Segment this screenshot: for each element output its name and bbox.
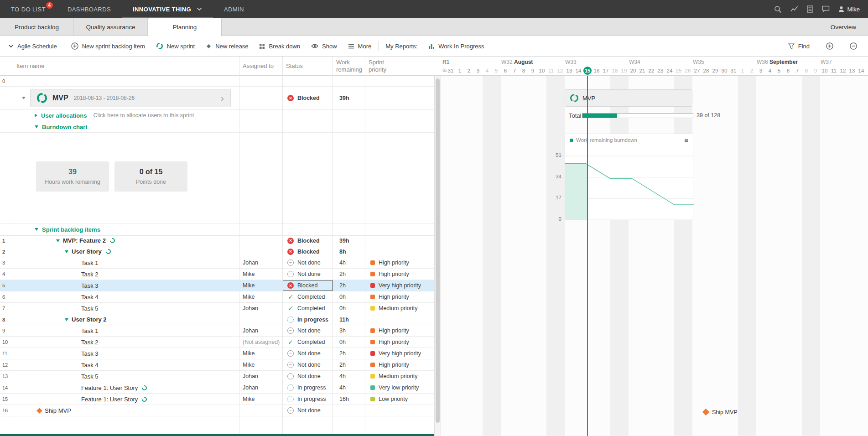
assigned-cell[interactable]: Mike (239, 359, 282, 370)
item-name-cell[interactable]: Task 1 (14, 257, 239, 268)
table-row-16[interactable]: 16Ship MVPNot done (0, 405, 434, 416)
assigned-cell[interactable] (239, 235, 282, 246)
sprint-backlog-items-link[interactable]: Sprint backlog items (42, 226, 100, 233)
toolbar-work-in-progress[interactable]: Work In Progress (423, 40, 489, 52)
nav-item-admin[interactable]: ADMIN (213, 0, 255, 18)
item-name-cell[interactable]: Task 2 (14, 269, 239, 280)
chat-button[interactable] (822, 5, 830, 13)
table-row-11[interactable]: 11Task 3MikeNot done2hVery high priority (0, 348, 434, 359)
collapse-arrow-icon[interactable] (56, 239, 60, 242)
table-row-1[interactable]: 1MVP: Feature 2Blocked39h (0, 235, 434, 246)
priority-cell[interactable]: Very high priority (365, 348, 434, 359)
table-row-6[interactable]: 6Task 4MikeCompleted0hHigh priority (0, 291, 434, 303)
toolbar-plus-circle[interactable] (821, 40, 839, 52)
toolbar-new-sprint-backlog-item[interactable]: New sprint backlog item (66, 40, 151, 52)
status-cell[interactable]: Blocked (282, 280, 333, 291)
status-cell[interactable]: Not done (282, 405, 333, 416)
priority-cell[interactable] (365, 405, 434, 416)
toolbar-new-sprint[interactable]: New sprint (151, 40, 200, 52)
item-name-cell[interactable]: MVP: Feature 2 (14, 235, 239, 246)
assigned-cell[interactable]: Johan (239, 371, 282, 382)
status-cell[interactable]: Not done (282, 348, 333, 359)
item-name-cell[interactable]: Task 5 (14, 303, 239, 314)
user-menu[interactable]: Mike (838, 6, 860, 13)
chevron-right-icon[interactable]: › (221, 93, 224, 103)
horizontal-scrollbar[interactable] (0, 434, 434, 436)
burndown-chart-row[interactable]: Burndown chart (0, 121, 434, 133)
timeline-header[interactable]: R1 ta 3112345678910111213141516171819202… (441, 57, 868, 76)
sprint-card[interactable]: MVP 2018-08-13 - 2018-08-26 › (30, 89, 231, 107)
priority-cell[interactable]: High priority (365, 337, 434, 348)
status-cell[interactable]: In progress (282, 382, 333, 393)
assigned-cell[interactable]: Johan (239, 325, 282, 336)
assigned-cell[interactable]: Mike (239, 269, 282, 280)
nav-item-dashboards[interactable]: DASHBOARDS (57, 0, 122, 18)
status-cell[interactable]: Blocked (282, 235, 333, 246)
status-cell[interactable]: Completed (282, 337, 333, 348)
sprint-gantt-bar[interactable]: MVP (565, 89, 692, 107)
assigned-cell[interactable]: Mike (239, 280, 282, 291)
tab-planning[interactable]: Planning (148, 18, 222, 36)
table-row-4[interactable]: 4Task 2MikeNot done2hHigh priority (0, 269, 434, 280)
assigned-cell[interactable] (239, 246, 282, 257)
toolbar-my-reports[interactable]: My Reports: (380, 40, 423, 52)
table-row-2[interactable]: 2User StoryBlocked8h (0, 246, 434, 257)
priority-cell[interactable]: Very high priority (365, 280, 434, 291)
priority-cell[interactable]: Medium priority (365, 371, 434, 382)
priority-cell[interactable]: Medium priority (365, 303, 434, 314)
user-allocations-row[interactable]: User allocations Click here to allocate … (0, 110, 434, 121)
status-cell[interactable]: Not done (282, 359, 333, 370)
priority-cell[interactable] (365, 246, 434, 257)
item-name-cell[interactable]: Task 2 (14, 337, 239, 348)
toolbar-agile-schedule[interactable]: Agile Schedule (3, 40, 62, 52)
column-header-sprint-priority[interactable]: Sprint priority (369, 57, 397, 75)
table-row-7[interactable]: 7Task 5JohanCompleted0hMedium priority (0, 303, 434, 314)
assigned-cell[interactable]: Mike (239, 348, 282, 359)
item-name-cell[interactable]: Task 4 (14, 359, 239, 370)
priority-cell[interactable]: High priority (365, 325, 434, 336)
overview-link[interactable]: Overview (831, 18, 868, 36)
assigned-cell[interactable]: Johan (239, 382, 282, 393)
priority-cell[interactable]: High priority (365, 291, 434, 302)
status-cell[interactable]: Not done (282, 269, 333, 280)
toolbar-show[interactable]: Show (306, 40, 343, 52)
collapse-arrow-icon[interactable] (35, 228, 38, 231)
status-cell[interactable]: In progress (282, 394, 333, 405)
toolbar-find[interactable]: Find (783, 40, 815, 52)
status-cell[interactable]: In progress (282, 314, 333, 325)
column-header-assigned-to[interactable]: Assigned to (243, 57, 280, 75)
table-row-9[interactable]: 9Task 1JohanNot done3hHigh priority (0, 325, 434, 337)
status-cell[interactable]: Blocked (282, 246, 333, 257)
tab-quality-assurance[interactable]: Quality assurance (74, 18, 148, 36)
column-header-status[interactable]: Status (286, 57, 303, 75)
item-name-cell[interactable]: User Story 2 (14, 314, 239, 325)
chevron-down-icon[interactable] (197, 7, 202, 11)
collapse-arrow-icon[interactable] (65, 318, 68, 321)
item-name-cell[interactable]: Task 3 (14, 348, 239, 359)
table-row-12[interactable]: 12Task 4MikeNot done2hHigh priority (0, 359, 434, 371)
tab-product-backlog[interactable]: Product backlog (0, 18, 74, 36)
table-row-15[interactable]: 15Feature 1: User StoryMikeIn progress16… (0, 394, 434, 405)
status-cell[interactable]: Completed (282, 303, 333, 314)
scrollbar-thumb[interactable] (436, 78, 440, 423)
status-cell[interactable]: Not done (282, 325, 333, 336)
burndown-chart-link[interactable]: Burndown chart (42, 124, 88, 130)
nav-item-innovative-thing[interactable]: INNOVATIVE THING (122, 0, 213, 18)
toolbar-minus-circle[interactable] (844, 40, 863, 52)
priority-cell[interactable] (365, 314, 434, 325)
collapse-arrow-icon[interactable] (65, 250, 68, 253)
toolbar-more[interactable]: More (343, 40, 377, 52)
column-header-work-remaining[interactable]: Work remaining (336, 57, 364, 75)
sprint-backlog-items-row[interactable]: Sprint backlog items (0, 224, 434, 235)
status-cell[interactable]: Completed (282, 291, 333, 302)
assigned-cell[interactable]: Johan (239, 257, 282, 268)
column-header-item-name[interactable]: Item name (16, 57, 44, 75)
item-name-cell[interactable]: Feature 1: User Story (14, 382, 239, 393)
assigned-cell[interactable]: (Not assigned) (239, 337, 282, 348)
assigned-cell[interactable]: Johan (239, 303, 282, 314)
item-name-cell[interactable]: Task 4 (14, 291, 239, 302)
collapse-arrow-icon[interactable] (35, 125, 38, 128)
status-cell[interactable]: Not done (282, 371, 333, 382)
nav-item-to-do-list[interactable]: TO DO LIST4 (0, 0, 57, 18)
item-name-cell[interactable]: User Story (14, 246, 239, 257)
